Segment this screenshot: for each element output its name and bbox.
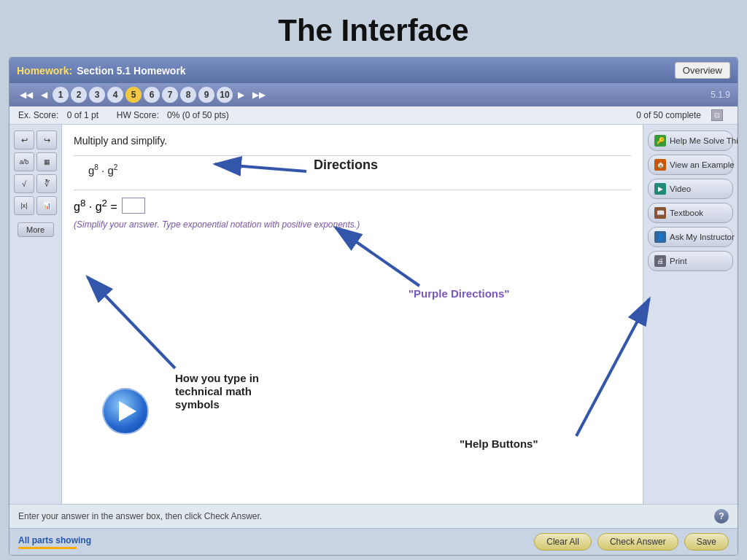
view-example-icon: 🏠 <box>654 159 666 171</box>
textbook-label: Textbook <box>670 209 703 217</box>
tool-graph[interactable]: 📊 <box>36 196 57 215</box>
score-bar: Ex. Score: 0 of 1 pt HW Score: 0% (0 of … <box>9 106 738 125</box>
answer-line: g8 · g2 = <box>74 198 631 214</box>
tool-row-1: ↩ ↪ <box>14 131 57 149</box>
view-example-label: View an Example <box>670 160 735 169</box>
ask-instructor-button[interactable]: 👤 Ask My Instructor <box>648 227 733 247</box>
tool-row-2: a/b ▦ <box>14 152 57 171</box>
purple-note: (Simplify your answer. Type exponential … <box>74 219 631 230</box>
expand-icon[interactable]: ⊡ <box>711 109 723 121</box>
main-area: Multiply and simplify. g8 · g2 g8 · g2 =… <box>62 125 643 504</box>
save-button[interactable]: Save <box>684 533 729 551</box>
tool-frac[interactable]: a/b <box>14 152 34 171</box>
hw-score-label: HW Score: <box>117 110 159 120</box>
nav-num-8[interactable]: 8 <box>180 87 196 103</box>
print-icon: 🖨 <box>654 255 666 267</box>
textbook-icon: 📖 <box>654 207 666 219</box>
page-title: The Interface <box>0 0 747 57</box>
nav-prev-button[interactable]: ◀ <box>38 88 50 101</box>
right-panel: 🔑 Help Me Solve This 🏠 View an Example ▶… <box>643 125 738 504</box>
nav-num-2[interactable]: 2 <box>71 87 87 103</box>
tool-row-3: √ ∛ <box>14 174 57 193</box>
nav-num-5[interactable]: 5 <box>125 87 142 103</box>
nav-next-button[interactable]: ▶ <box>235 88 247 101</box>
video-button[interactable]: ▶ Video <box>648 179 733 199</box>
nav-num-7[interactable]: 7 <box>162 87 178 103</box>
action-buttons: Clear All Check Answer Save <box>534 533 729 551</box>
nav-prev-far-button[interactable]: ◀◀ <box>17 88 36 101</box>
ex-score-label: Ex. Score: <box>18 110 58 120</box>
nav-bar: ◀◀ ◀ 1 2 3 4 5 6 7 8 9 10 ▶ ▶▶ 5.1.9 <box>9 83 738 106</box>
complete-label: 0 of 50 complete <box>636 110 701 120</box>
tool-sqrt2[interactable]: ∛ <box>36 174 57 193</box>
nav-num-9[interactable]: 9 <box>198 87 214 103</box>
textbook-button[interactable]: 📖 Textbook <box>648 203 733 223</box>
answer-input[interactable] <box>122 198 145 214</box>
tool-redo[interactable]: ↪ <box>36 131 57 149</box>
play-circle <box>102 388 149 435</box>
check-answer-button[interactable]: Check Answer <box>597 533 678 551</box>
left-toolbar: ↩ ↪ a/b ▦ √ ∛ |x| 📊 More <box>9 125 62 504</box>
nav-version: 5.1.9 <box>711 90 730 100</box>
nav-controls: ◀◀ ◀ 1 2 3 4 5 6 7 8 9 10 ▶ ▶▶ <box>17 87 268 103</box>
print-label: Print <box>670 257 687 265</box>
hw-label: Homework: <box>17 65 72 77</box>
problem-instruction: Multiply and simplify. <box>74 135 631 147</box>
ask-instructor-label: Ask My Instructor <box>670 233 735 241</box>
clear-all-button[interactable]: Clear All <box>534 533 592 551</box>
tool-row-4: |x| 📊 <box>14 196 57 215</box>
answer-prefix: g8 · g2 = <box>74 198 117 214</box>
bottom-bar: Enter your answer in the answer box, the… <box>9 504 738 528</box>
video-icon: ▶ <box>654 183 666 195</box>
all-parts-container: All parts showing <box>18 535 91 549</box>
print-button[interactable]: 🖨 Print <box>648 251 733 271</box>
tool-abs[interactable]: |x| <box>14 196 34 215</box>
tool-undo[interactable]: ↩ <box>14 131 34 149</box>
nav-num-10[interactable]: 10 <box>217 87 233 103</box>
math-expression: g8 · g2 <box>74 163 631 176</box>
video-label: Video <box>670 184 691 193</box>
nav-num-6[interactable]: 6 <box>144 87 160 103</box>
help-me-solve-label: Help Me Solve This <box>670 136 738 145</box>
play-button[interactable] <box>102 388 149 435</box>
nav-next-far-button[interactable]: ▶▶ <box>249 88 268 101</box>
overview-button[interactable]: Overview <box>675 62 730 79</box>
all-parts-label: All parts showing <box>18 535 91 545</box>
help-me-solve-button[interactable]: 🔑 Help Me Solve This <box>648 131 733 151</box>
nav-num-3[interactable]: 3 <box>89 87 105 103</box>
more-button[interactable]: More <box>18 222 54 237</box>
nav-num-4[interactable]: 4 <box>107 87 123 103</box>
ask-instructor-icon: 👤 <box>654 231 666 243</box>
separator-2 <box>74 190 631 190</box>
content-wrapper: ↩ ↪ a/b ▦ √ ∛ |x| 📊 More Multiply and si… <box>9 125 738 504</box>
play-triangle-icon <box>119 401 136 421</box>
tool-matrix[interactable]: ▦ <box>36 152 57 171</box>
separator-1 <box>74 155 631 156</box>
action-bar: All parts showing Clear All Check Answer… <box>9 528 738 555</box>
app-container: Homework: Section 5.1 Homework Overview … <box>9 57 738 556</box>
help-me-solve-icon: 🔑 <box>654 135 666 147</box>
view-example-button[interactable]: 🏠 View an Example <box>648 155 733 175</box>
hw-score-value: 0% (0 of 50 pts) <box>167 110 229 120</box>
help-circle-button[interactable]: ? <box>714 509 729 524</box>
bottom-hint: Enter your answer in the answer box, the… <box>18 511 714 521</box>
tool-sqrt[interactable]: √ <box>14 174 34 193</box>
all-parts-underline <box>18 547 77 549</box>
ex-score-value: 0 of 1 pt <box>67 110 98 120</box>
hw-header: Homework: Section 5.1 Homework Overview <box>9 58 738 83</box>
nav-num-1[interactable]: 1 <box>53 87 69 103</box>
hw-title: Section 5.1 Homework <box>77 65 185 77</box>
